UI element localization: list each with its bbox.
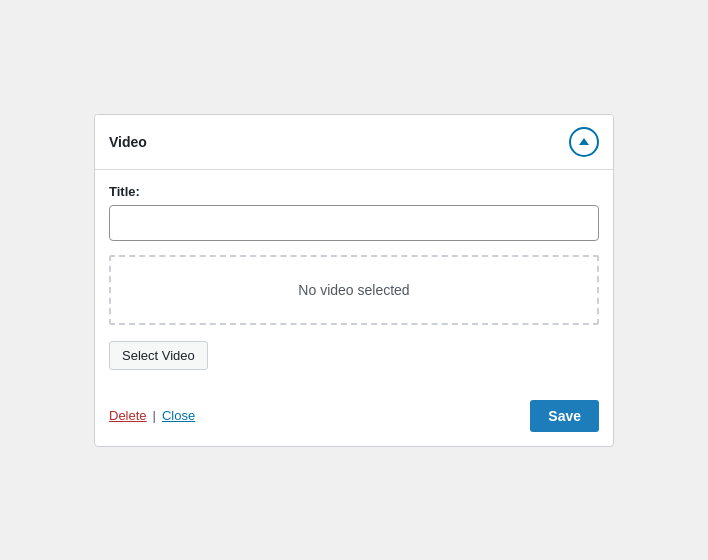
video-placeholder-text: No video selected: [298, 282, 409, 298]
divider: |: [153, 408, 156, 423]
footer-links: Delete | Close: [109, 408, 195, 423]
widget-header: Video: [95, 115, 613, 170]
title-label: Title:: [109, 184, 599, 199]
widget-body: Title: No video selected Select Video: [95, 170, 613, 400]
collapse-button[interactable]: [569, 127, 599, 157]
video-widget: Video Title: No video selected Select Vi…: [94, 114, 614, 447]
close-link[interactable]: Close: [162, 408, 195, 423]
widget-title: Video: [109, 134, 147, 150]
select-video-button[interactable]: Select Video: [109, 341, 208, 370]
delete-link[interactable]: Delete: [109, 408, 147, 423]
title-input[interactable]: [109, 205, 599, 241]
up-arrow-icon: [579, 138, 589, 145]
save-button[interactable]: Save: [530, 400, 599, 432]
widget-footer: Delete | Close Save: [95, 400, 613, 446]
video-placeholder: No video selected: [109, 255, 599, 325]
